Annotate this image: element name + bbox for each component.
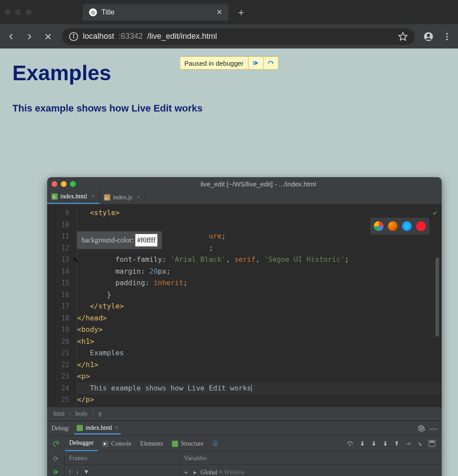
frames-header: Frames: [65, 452, 179, 465]
gear-icon[interactable]: [418, 425, 425, 432]
js-file-icon: JS: [104, 194, 110, 201]
new-tab-button[interactable]: ＋: [232, 6, 250, 19]
text-caret: [251, 384, 252, 392]
html-file-icon: H: [52, 193, 58, 200]
profile-icon[interactable]: [424, 32, 433, 41]
editor-scrollbar[interactable]: [436, 257, 439, 337]
window-close-dot[interactable]: [4, 9, 11, 15]
stop-icon[interactable]: [43, 32, 53, 41]
ide-max-dot[interactable]: [70, 181, 76, 187]
debug-tab-structure[interactable]: Structure: [168, 436, 208, 451]
svg-marker-3: [399, 32, 407, 40]
svg-point-8: [446, 38, 448, 40]
ide-titlebar[interactable]: live_edit [~/WS/live_edit] - .../index.h…: [47, 177, 442, 190]
debug-tab-debugger[interactable]: Debugger: [65, 436, 98, 451]
browser-nav-bar: localhost:63342/live_edit/index.html: [0, 24, 458, 48]
run-to-cursor-icon[interactable]: ⇥: [406, 440, 411, 447]
step-over-icon[interactable]: [346, 440, 354, 447]
resume-icon[interactable]: [248, 57, 263, 69]
debugger-paused-label: Paused in debugger: [180, 60, 248, 67]
console-icon: [102, 441, 108, 447]
tab-title: Title: [101, 8, 115, 16]
url-port: :63342: [119, 32, 143, 41]
svg-marker-23: [372, 441, 376, 446]
add-watch-icon[interactable]: ＋: [183, 469, 189, 476]
ide-window: live_edit [~/WS/live_edit] - .../index.h…: [47, 177, 442, 476]
window-traffic-lights: [4, 9, 32, 15]
forward-icon[interactable]: [25, 32, 34, 41]
hint-value: #f0ffff: [135, 234, 157, 247]
expand-icon[interactable]: ▸: [194, 469, 197, 476]
page-h2: This example shows how Live Edit works: [12, 103, 446, 114]
window-min-dot[interactable]: [15, 9, 21, 15]
svg-rect-20: [172, 441, 178, 447]
close-tab-icon[interactable]: ×: [91, 193, 95, 200]
debugger-paused-pill: Paused in debugger: [179, 56, 278, 70]
debug-tab-console[interactable]: Console: [98, 436, 136, 451]
step-over-icon[interactable]: [263, 57, 278, 69]
breadcrumb-item[interactable]: html: [53, 410, 65, 417]
url-path: /live_edit/index.html: [147, 32, 217, 41]
svg-point-6: [446, 33, 448, 34]
debug-toolwindow-header: Debug: index.html × —: [47, 420, 442, 435]
rerun-icon[interactable]: [52, 440, 60, 447]
svg-point-7: [446, 36, 448, 37]
variables-header: Variables: [179, 452, 442, 465]
svg-rect-27: [430, 441, 434, 443]
browser-tab[interactable]: ◎ Title ✕: [83, 4, 228, 21]
page-content: Paused in debugger Examples This example…: [0, 48, 458, 476]
resume-program-icon[interactable]: [53, 469, 59, 475]
drop-frame-icon[interactable]: ↘: [417, 440, 422, 447]
svg-rect-16: [77, 425, 83, 431]
svg-text:JS: JS: [105, 196, 108, 200]
close-tab-icon[interactable]: ✕: [216, 8, 222, 16]
variable-value: Window: [224, 469, 245, 476]
ide-editor-tabs: H index.html × JS index.js ×: [47, 190, 442, 205]
info-icon: [69, 32, 78, 41]
layout-icon[interactable]: ☰: [212, 440, 218, 447]
inspection-ok-icon[interactable]: ✔: [433, 207, 437, 219]
back-icon[interactable]: [6, 32, 16, 41]
code-hint-popup: ↖background-color:#f0ffff: [77, 231, 162, 249]
window-max-dot[interactable]: [26, 9, 32, 15]
debug-tabs-row: Debugger Console Elements Structure ☰ ⇥ …: [47, 435, 442, 451]
close-tab-icon[interactable]: ×: [137, 194, 140, 201]
menu-icon[interactable]: [442, 32, 452, 41]
bookmark-icon[interactable]: [398, 32, 408, 41]
svg-point-17: [421, 428, 422, 429]
svg-marker-29: [55, 470, 58, 475]
hint-label: background-color:: [82, 234, 134, 246]
step-out-icon[interactable]: [394, 440, 399, 447]
svg-marker-25: [395, 441, 398, 446]
svg-point-5: [427, 33, 430, 37]
ide-min-dot[interactable]: [61, 181, 67, 187]
step-into-my-icon[interactable]: [371, 440, 376, 447]
next-frame-icon[interactable]: ↓: [76, 469, 79, 476]
editor-tab-index-js[interactable]: JS index.js ×: [100, 190, 145, 204]
minimize-icon[interactable]: —: [429, 424, 437, 433]
svg-point-2: [73, 34, 74, 35]
debug-run-config[interactable]: index.html ×: [74, 423, 121, 435]
editor-breadcrumb[interactable]: html› body› p: [47, 407, 442, 420]
address-bar[interactable]: localhost:63342/live_edit/index.html: [62, 28, 415, 45]
step-into-icon[interactable]: [360, 440, 365, 447]
fold-gutter[interactable]: [69, 205, 77, 407]
prev-frame-icon[interactable]: ↑: [68, 469, 71, 476]
svg-marker-24: [384, 441, 387, 446]
evaluate-icon[interactable]: [428, 440, 436, 447]
debug-tab-elements[interactable]: Elements: [136, 436, 168, 451]
close-icon[interactable]: ×: [115, 424, 119, 431]
update-icon[interactable]: ⟳: [53, 455, 59, 463]
svg-marker-22: [361, 441, 364, 446]
force-step-icon[interactable]: [383, 440, 388, 447]
ide-title-text: live_edit [~/WS/live_edit] - .../index.h…: [79, 180, 437, 188]
breadcrumb-item[interactable]: p: [99, 410, 102, 417]
breadcrumb-item[interactable]: body: [75, 410, 88, 417]
ide-traffic-lights: [52, 181, 76, 187]
ide-close-dot[interactable]: [52, 181, 57, 187]
editor-tab-index-html[interactable]: H index.html ×: [47, 190, 100, 204]
code-area[interactable]: ✔ <style> ↖background-color:#f0ffff ure;…: [77, 205, 442, 407]
mouse-cursor-icon: ↖: [73, 254, 79, 266]
filter-icon[interactable]: ▼: [83, 469, 89, 476]
code-editor[interactable]: 910111213141516171819202122232425 ✔ <sty…: [47, 205, 442, 407]
